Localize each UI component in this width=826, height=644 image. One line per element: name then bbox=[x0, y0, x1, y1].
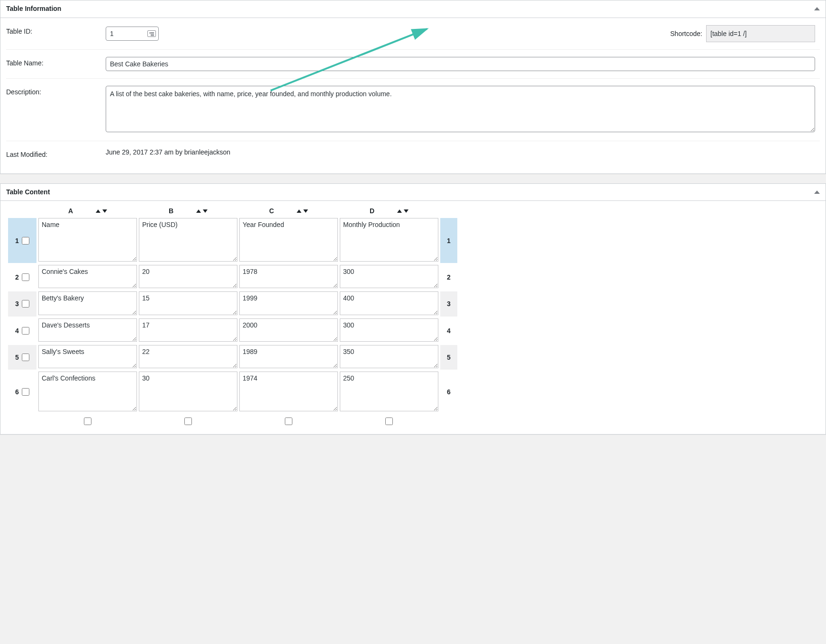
cell-input[interactable]: Price (USD) bbox=[139, 218, 237, 262]
panel-title: Table Content bbox=[6, 188, 50, 197]
table-information-panel: Table Information Table ID: Shortcode: bbox=[0, 0, 826, 174]
row-number: 3 bbox=[15, 300, 19, 308]
panel-header: Table Information bbox=[0, 0, 826, 18]
cell-input[interactable]: 1999 bbox=[239, 291, 338, 315]
cell-input[interactable]: 2000 bbox=[239, 318, 338, 342]
cell-input[interactable]: 1978 bbox=[239, 265, 338, 288]
row-number: 1 bbox=[15, 237, 19, 245]
cell-input[interactable]: Year Founded bbox=[239, 218, 338, 262]
cell-input[interactable]: 15 bbox=[139, 291, 237, 315]
cell-input[interactable]: 22 bbox=[139, 345, 237, 368]
row-select-checkbox[interactable] bbox=[22, 327, 29, 335]
table-name-label: Table Name: bbox=[6, 49, 101, 78]
id-card-icon bbox=[147, 30, 156, 37]
table-content-panel: Table Content ABCD1NamePrice (USD)Year F… bbox=[0, 183, 826, 435]
cell-input[interactable]: 300 bbox=[340, 265, 438, 288]
row-number: 4 bbox=[15, 327, 19, 335]
cell-input[interactable]: 350 bbox=[340, 345, 438, 368]
row-number: 2 bbox=[15, 273, 19, 281]
sort-asc-icon[interactable] bbox=[397, 209, 402, 213]
cell-input[interactable]: Name bbox=[38, 218, 137, 262]
cell-input[interactable]: Monthly Production bbox=[340, 218, 438, 262]
sort-desc-icon[interactable] bbox=[404, 209, 408, 213]
sort-asc-icon[interactable] bbox=[196, 209, 201, 213]
column-letter: B bbox=[169, 207, 173, 215]
sort-desc-icon[interactable] bbox=[102, 209, 107, 213]
row-number: 5 bbox=[15, 354, 19, 361]
column-letter: C bbox=[269, 207, 274, 215]
table-name-input[interactable] bbox=[106, 57, 815, 71]
column-letter: A bbox=[68, 207, 73, 215]
column-select-checkbox[interactable] bbox=[385, 417, 393, 425]
cell-input[interactable]: 300 bbox=[340, 318, 438, 342]
sort-asc-icon[interactable] bbox=[297, 209, 301, 213]
column-select-checkbox[interactable] bbox=[184, 417, 192, 425]
cell-input[interactable]: 30 bbox=[139, 372, 237, 411]
cell-input[interactable]: 20 bbox=[139, 265, 237, 288]
cell-input[interactable]: Connie's Cakes bbox=[38, 265, 137, 288]
last-modified-label: Last Modified: bbox=[6, 141, 101, 168]
row-number: 6 bbox=[15, 388, 19, 396]
row-select-checkbox[interactable] bbox=[22, 354, 29, 361]
column-letter: D bbox=[370, 207, 374, 215]
row-number-right: 2 bbox=[440, 265, 457, 290]
sort-desc-icon[interactable] bbox=[203, 209, 208, 213]
table-id-label: Table ID: bbox=[6, 18, 101, 50]
column-select-checkbox[interactable] bbox=[84, 417, 91, 425]
description-textarea[interactable] bbox=[106, 86, 815, 132]
row-number-right: 6 bbox=[440, 372, 457, 413]
collapse-toggle-icon[interactable] bbox=[814, 7, 820, 10]
panel-title: Table Information bbox=[6, 4, 61, 14]
panel-header: Table Content bbox=[0, 184, 826, 201]
row-number-right: 5 bbox=[440, 345, 457, 370]
cell-input[interactable]: 1989 bbox=[239, 345, 338, 368]
description-label: Description: bbox=[6, 78, 101, 141]
row-select-checkbox[interactable] bbox=[22, 237, 29, 245]
row-number-right: 4 bbox=[440, 318, 457, 343]
row-select-checkbox[interactable] bbox=[22, 300, 29, 308]
shortcode-display[interactable] bbox=[706, 25, 815, 42]
shortcode-label: Shortcode: bbox=[670, 30, 702, 37]
last-modified-value: June 29, 2017 2:37 am by brianleejackson bbox=[101, 141, 820, 168]
collapse-toggle-icon[interactable] bbox=[814, 190, 820, 194]
cell-input[interactable]: Dave's Desserts bbox=[38, 318, 137, 342]
row-select-checkbox[interactable] bbox=[22, 273, 29, 281]
row-select-checkbox[interactable] bbox=[22, 388, 29, 396]
cell-input[interactable]: Carl's Confections bbox=[38, 372, 137, 411]
cell-input[interactable]: 250 bbox=[340, 372, 438, 411]
cell-input[interactable]: Betty's Bakery bbox=[38, 291, 137, 315]
cell-input[interactable]: 17 bbox=[139, 318, 237, 342]
row-number-right: 1 bbox=[440, 218, 457, 263]
sort-asc-icon[interactable] bbox=[96, 209, 100, 213]
row-number-right: 3 bbox=[440, 291, 457, 316]
cell-input[interactable]: Sally's Sweets bbox=[38, 345, 137, 368]
column-select-checkbox[interactable] bbox=[285, 417, 292, 425]
cell-input[interactable]: 400 bbox=[340, 291, 438, 315]
cell-input[interactable]: 1974 bbox=[239, 372, 338, 411]
sort-desc-icon[interactable] bbox=[303, 209, 308, 213]
